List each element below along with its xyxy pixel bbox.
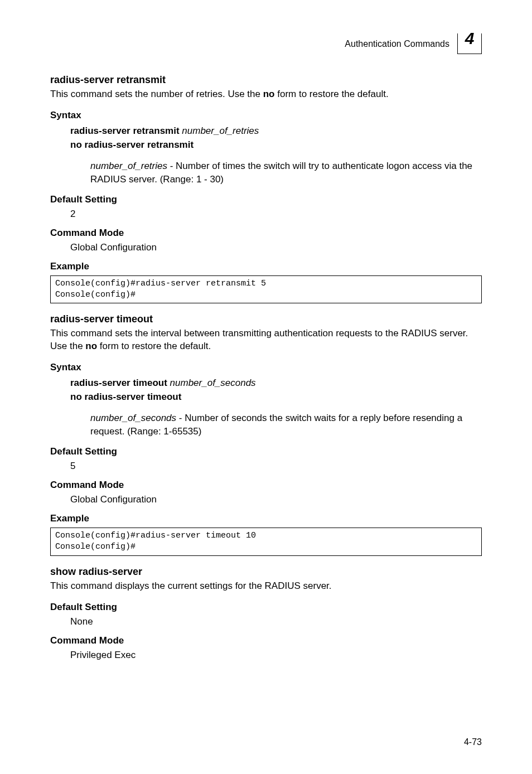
syntax-param: number_of_retries — [182, 125, 259, 136]
syntax-cmd: no radius-server retransmit — [70, 139, 194, 150]
chapter-number: 4 — [465, 30, 475, 47]
default-label: Default Setting — [50, 446, 482, 457]
syntax-label: Syntax — [50, 362, 482, 373]
command-heading: radius-server timeout — [50, 313, 482, 325]
example-label: Example — [50, 513, 482, 524]
mode-label: Command Mode — [50, 228, 482, 239]
command-heading: radius-server retransmit — [50, 74, 482, 86]
syntax-block: radius-server retransmit number_of_retri… — [70, 124, 482, 152]
syntax-cmd: no radius-server timeout — [70, 391, 181, 402]
syntax-param-desc: number_of_retries - Number of times the … — [90, 159, 482, 186]
mode-value: Privileged Exec — [70, 650, 482, 661]
syntax-cmd: radius-server retransmit — [70, 125, 180, 136]
syntax-block: radius-server timeout number_of_seconds … — [70, 376, 482, 404]
syntax-line: radius-server timeout number_of_seconds — [70, 376, 482, 390]
page-header: Authentication Commands 4 — [50, 33, 482, 54]
desc-text: form to restore the default. — [275, 89, 389, 99]
syntax-param: number_of_seconds — [170, 378, 256, 388]
command-description: This command sets the interval between t… — [50, 327, 482, 353]
mode-value: Global Configuration — [70, 242, 482, 253]
document-page: Authentication Commands 4 radius-server … — [0, 0, 532, 774]
command-description: This command displays the current settin… — [50, 580, 482, 593]
page-number: 4-73 — [464, 737, 482, 747]
command-section: show radius-server This command displays… — [50, 566, 482, 661]
syntax-cmd: radius-server timeout — [70, 378, 167, 388]
desc-text: This command sets the number of retries.… — [50, 89, 263, 99]
desc-bold: no — [263, 89, 275, 99]
syntax-param-desc: number_of_seconds - Number of seconds th… — [90, 412, 482, 438]
desc-text: form to restore the default. — [97, 341, 211, 351]
example-code: Console(config)#radius-server timeout 10… — [50, 528, 482, 556]
example-label: Example — [50, 261, 482, 272]
syntax-line: radius-server retransmit number_of_retri… — [70, 124, 482, 138]
command-description: This command sets the number of retries.… — [50, 88, 482, 101]
syntax-label: Syntax — [50, 110, 482, 121]
syntax-line: no radius-server retransmit — [70, 138, 482, 152]
default-value: None — [70, 616, 482, 627]
command-section: radius-server retransmit This command se… — [50, 74, 482, 303]
default-label: Default Setting — [50, 602, 482, 613]
example-code: Console(config)#radius-server retransmit… — [50, 275, 482, 304]
mode-label: Command Mode — [50, 635, 482, 646]
header-title: Authentication Commands — [345, 39, 449, 49]
syntax-line: no radius-server timeout — [70, 390, 482, 404]
desc-bold: no — [85, 341, 97, 351]
chapter-box: 4 — [457, 33, 482, 54]
default-value: 2 — [70, 209, 482, 220]
default-label: Default Setting — [50, 194, 482, 205]
command-section: radius-server timeout This command sets … — [50, 313, 482, 555]
mode-value: Global Configuration — [70, 494, 482, 505]
param-name: number_of_retries — [90, 161, 167, 171]
default-value: 5 — [70, 461, 482, 472]
param-name: number_of_seconds — [90, 413, 176, 423]
mode-label: Command Mode — [50, 480, 482, 491]
command-heading: show radius-server — [50, 566, 482, 578]
